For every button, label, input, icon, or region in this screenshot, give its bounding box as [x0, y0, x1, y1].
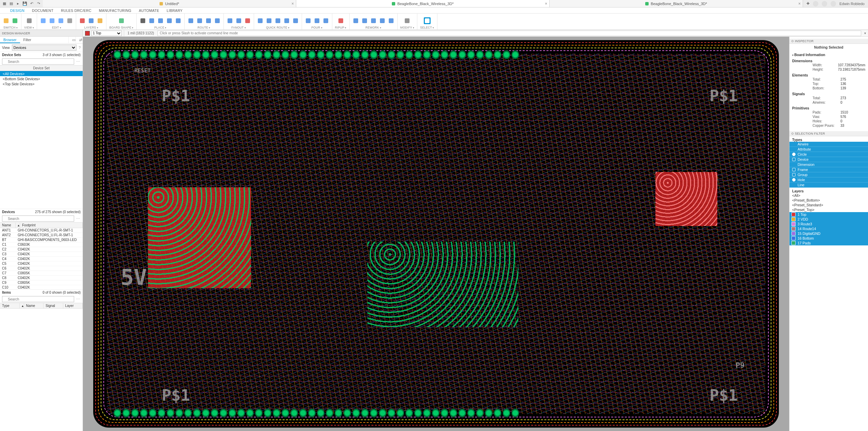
board-shape-icon[interactable] — [118, 17, 125, 24]
devices-search[interactable] — [2, 216, 74, 222]
devices-col-name[interactable]: Name — [0, 223, 16, 228]
devices-col-footprint[interactable]: Footprint — [20, 223, 83, 228]
switch-brd-icon[interactable] — [12, 17, 18, 24]
ripup-icon[interactable] — [337, 17, 344, 24]
layers-blue-icon[interactable] — [88, 17, 95, 24]
rotate-icon[interactable] — [148, 17, 155, 24]
filter-type-airwire[interactable]: Airwire — [789, 142, 868, 147]
ribbon-group-label[interactable]: SELECT — [420, 26, 434, 29]
rw5-icon[interactable] — [388, 17, 395, 24]
items-more-icon[interactable]: ⋯ — [76, 297, 81, 301]
device-set-item[interactable]: <Top Side Devices> — [0, 81, 83, 86]
rw1-icon[interactable] — [352, 17, 359, 24]
device-row[interactable]: C3 C0402K — [0, 252, 83, 257]
rw2-icon[interactable] — [361, 17, 368, 24]
layers-red-icon[interactable] — [79, 17, 86, 24]
filter-type-hole[interactable]: Hole — [789, 177, 868, 183]
qr1-icon[interactable] — [257, 17, 264, 24]
move-icon[interactable] — [139, 17, 146, 24]
device-row[interactable]: ANT2 GHI-CONNECTORS_U.FL-R-SMT-1 — [0, 233, 83, 238]
device-row[interactable]: C4 C0402K — [0, 257, 83, 261]
poly-icon[interactable] — [305, 17, 312, 24]
layer-row[interactable]: 15 DigitalGND — [789, 231, 868, 236]
rw3-icon[interactable] — [370, 17, 377, 24]
filter-type-line[interactable]: Line — [789, 183, 868, 188]
device-sets-more-icon[interactable]: ⋯ — [76, 59, 81, 64]
dm-tab-browser[interactable]: Browser — [0, 37, 20, 43]
document-tab[interactable]: BeagleBone_Black_Wireless_3D* × — [550, 0, 803, 7]
active-layer-swatch[interactable] — [85, 31, 90, 36]
open-icon[interactable]: ▸ — [16, 1, 20, 6]
device-sets-search[interactable] — [2, 58, 74, 65]
layer-row[interactable]: 14 Route14 — [789, 226, 868, 231]
filter-type-device[interactable]: Device — [789, 157, 868, 162]
document-tab[interactable]: Untitled* × — [43, 0, 296, 7]
fanout2-icon[interactable] — [235, 17, 242, 24]
new-icon[interactable]: ▤ — [9, 1, 14, 6]
close-icon[interactable]: × — [545, 1, 547, 6]
device-set-item[interactable]: <All Devices> — [0, 71, 83, 76]
ribbon-menu-automate[interactable]: AUTOMATE — [139, 8, 159, 13]
layer-stack-icon[interactable] — [97, 17, 103, 24]
close-icon[interactable]: × — [798, 1, 801, 6]
ribbon-menu-design[interactable]: DESIGN — [10, 8, 24, 13]
filter-type-attribute[interactable]: Attribute — [789, 147, 868, 152]
help-icon[interactable] — [813, 1, 818, 6]
ribbon-group-label[interactable]: VIEW — [24, 26, 34, 29]
extensions-icon[interactable]: ✚ — [806, 1, 809, 6]
meander-icon[interactable] — [214, 17, 221, 24]
grid-icon[interactable] — [26, 17, 33, 24]
select-icon[interactable] — [424, 17, 431, 24]
wrench-icon[interactable] — [404, 17, 411, 24]
device-row[interactable]: C2 C0402K — [0, 247, 83, 252]
device-row[interactable]: C6 C0402K — [0, 266, 83, 271]
ribbon-group-label[interactable]: FANOUT — [231, 26, 246, 29]
array-icon[interactable] — [175, 17, 182, 24]
device-row[interactable]: C8 C0402K — [0, 276, 83, 280]
dm-view-help-icon[interactable]: ? — [79, 46, 81, 50]
app-menu-icon[interactable]: ▦ — [2, 1, 7, 6]
layer-preset[interactable]: <Preset_Top> — [789, 207, 868, 212]
switch-sch-icon[interactable] — [3, 17, 10, 24]
items-search[interactable] — [2, 296, 74, 302]
ribbon-group-label[interactable]: MODIFY — [400, 26, 414, 29]
save-icon[interactable]: 💾 — [22, 1, 27, 6]
layer-row[interactable]: 2 VDD — [789, 217, 868, 222]
redo-icon[interactable]: ↷ — [36, 1, 41, 6]
qr3-icon[interactable] — [274, 17, 281, 24]
device-row[interactable]: ANT1 GHI-CONNECTORS_U.FL-R-SMT-1 — [0, 228, 83, 233]
layer-row[interactable]: 3 Route3 — [789, 222, 868, 226]
device-row[interactable]: C10 C0402K — [0, 285, 83, 289]
qr2-icon[interactable] — [266, 17, 272, 24]
items-col-type[interactable]: Type — [0, 303, 20, 308]
ribbon-group-label[interactable]: EDIT — [52, 26, 61, 29]
command-line-input[interactable] — [157, 31, 861, 36]
clock-icon[interactable] — [822, 1, 827, 6]
dm-settings-icon[interactable]: ⇄ — [76, 37, 83, 43]
filter-type-group[interactable]: Group — [789, 172, 868, 177]
ribbon-group-label[interactable]: ROUTE — [198, 26, 211, 29]
filter-type-dimension[interactable]: Dimension — [789, 162, 868, 167]
ribbon-group-label[interactable]: POUR — [312, 26, 322, 29]
device-row[interactable]: C9 C0805K — [0, 280, 83, 285]
device-row[interactable]: C1 C0603K — [0, 242, 83, 247]
layer-row[interactable]: 17 Pads — [789, 241, 868, 245]
paste-icon[interactable] — [49, 17, 55, 24]
items-col-name[interactable]: Name — [24, 303, 44, 308]
ribbon-group-label[interactable]: LAYERS — [84, 26, 98, 29]
ribbon-menu-library[interactable]: LIBRARY — [167, 8, 183, 13]
align-icon[interactable] — [166, 17, 173, 24]
devices-sort-icon[interactable]: ▴ — [16, 223, 20, 228]
delete-icon[interactable] — [66, 17, 73, 24]
device-row[interactable]: BT GHI-BASICCOMPONENTS_0603-LED — [0, 238, 83, 242]
close-icon[interactable]: × — [291, 1, 294, 6]
layer-preset[interactable]: <All> — [789, 193, 868, 198]
user-avatar-icon[interactable] — [831, 1, 836, 6]
ribbon-menu-rules-drc-erc[interactable]: RULES DRC/ERC — [61, 8, 91, 13]
rw4-icon[interactable] — [379, 17, 386, 24]
devices-more-icon[interactable]: ⋯ — [76, 217, 81, 221]
device-row[interactable]: C5 C0402K — [0, 261, 83, 266]
fanout1-icon[interactable] — [227, 17, 233, 24]
layer-row[interactable]: 1 Top — [789, 212, 868, 217]
ribbon-group-label[interactable]: REWORK — [365, 26, 381, 29]
